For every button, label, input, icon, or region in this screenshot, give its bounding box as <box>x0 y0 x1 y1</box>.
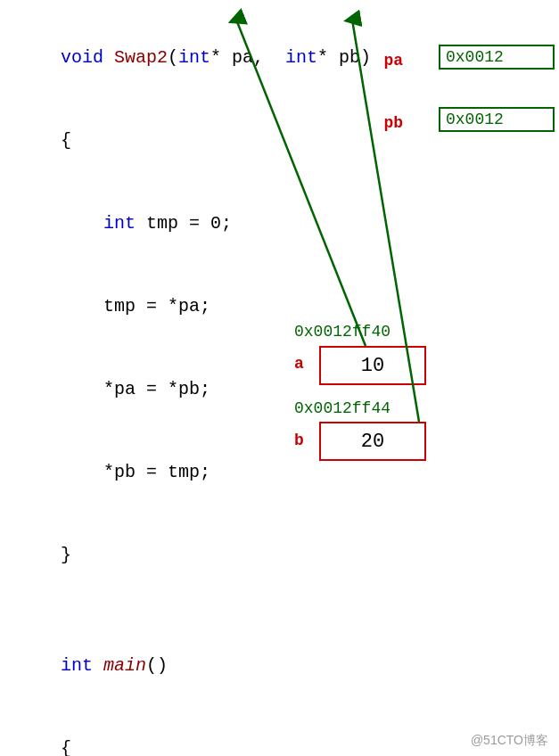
pa-addr-box: 0x0012 <box>439 45 555 70</box>
code-line: int tmp = 0; <box>18 182 541 265</box>
addr-b: 0x0012ff44 <box>294 399 390 417</box>
pb-label: pb <box>383 114 403 132</box>
a-val-box: 10 <box>319 346 426 385</box>
code-line <box>18 596 541 624</box>
code-line: { <box>18 707 541 756</box>
code-line: int main() <box>18 624 541 707</box>
watermark: @51CTO博客 <box>471 733 548 749</box>
keyword-void: void <box>61 47 114 68</box>
b-label: b <box>294 431 304 449</box>
pa-label: pa <box>383 52 403 70</box>
func-name: Swap2 <box>114 47 168 68</box>
pb-addr-box: 0x0012 <box>439 107 555 132</box>
code-line: *pb = tmp; <box>18 431 541 514</box>
b-val-box: 20 <box>319 422 426 461</box>
code-line: } <box>18 514 541 596</box>
code-line: tmp = *pa; <box>18 265 541 348</box>
addr-a: 0x0012ff40 <box>294 323 390 341</box>
a-label: a <box>294 355 304 373</box>
code-line: *pa = *pb; <box>18 348 541 431</box>
